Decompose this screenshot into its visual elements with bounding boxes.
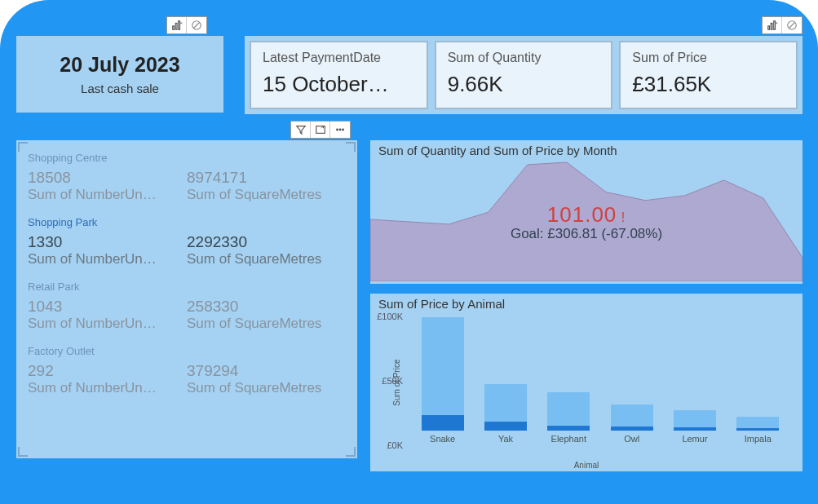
- x-axis-label: Animal: [370, 461, 803, 470]
- value-label: Sum of NumberUn…: [28, 316, 187, 332]
- category-label: Lemur: [682, 434, 707, 445]
- drill-icon[interactable]: [167, 17, 187, 33]
- value-label: Sum of SquareMetres: [187, 251, 346, 267]
- kpi-overlay: 101.00 ! Goal: £306.81 (-67.08%): [370, 202, 803, 242]
- svg-rect-2: [178, 21, 179, 30]
- bar-impala[interactable]: Impala: [729, 417, 786, 445]
- multirow-section[interactable]: Shopping Centre18508Sum of NumberUn…8974…: [28, 147, 346, 211]
- focus-mode-icon[interactable]: [311, 122, 330, 138]
- bar-snake[interactable]: Snake: [414, 317, 471, 445]
- kpi-value: 9.66K: [448, 72, 600, 97]
- selection-corner: [346, 447, 356, 457]
- title-card[interactable]: 20 July 2023 Last cash sale: [16, 36, 223, 113]
- kpi-latest-paymentdate[interactable]: Latest PaymentDate 15 October…: [250, 41, 428, 109]
- forbid-icon[interactable]: [782, 17, 802, 33]
- svg-point-12: [339, 129, 341, 130]
- value: 18508: [28, 169, 187, 187]
- bar-chart[interactable]: Sum of Price by Animal Sum of Price £0K£…: [370, 294, 803, 471]
- kpi-metric: 101.00 !: [370, 202, 803, 228]
- svg-rect-1: [175, 23, 177, 29]
- bar-owl[interactable]: Owl: [604, 405, 661, 445]
- section-name: Shopping Centre: [28, 152, 346, 164]
- value: 292: [28, 362, 187, 380]
- viz-actions-kpirow: [762, 16, 803, 34]
- value: 2292330: [187, 233, 346, 251]
- svg-rect-6: [771, 23, 772, 29]
- selection-corner: [18, 447, 28, 457]
- bar-yak[interactable]: Yak: [477, 384, 534, 445]
- kpi-row: Latest PaymentDate 15 October… Sum of Qu…: [245, 36, 803, 114]
- section-name: Shopping Park: [28, 216, 346, 228]
- value: 1043: [28, 298, 187, 316]
- bar-lemur[interactable]: Lemur: [666, 410, 723, 445]
- value-label: Sum of SquareMetres: [187, 380, 346, 396]
- value-label: Sum of NumberUn…: [28, 251, 187, 267]
- value-label: Sum of SquareMetres: [187, 316, 346, 332]
- filter-icon[interactable]: [291, 122, 311, 138]
- kpi-label: Sum of Price: [632, 51, 785, 65]
- value: 1330: [28, 233, 187, 251]
- kpi-value: £31.65K: [632, 72, 785, 97]
- more-options-icon[interactable]: [330, 122, 350, 138]
- kpi-label: Sum of Quantity: [448, 51, 600, 65]
- multirow-section[interactable]: Retail Park1043Sum of NumberUn…258330Sum…: [28, 276, 346, 340]
- title-card-subtitle: Last cash sale: [81, 82, 159, 95]
- category-label: Elephant: [551, 434, 586, 445]
- y-tick: £0K: [374, 440, 403, 450]
- category-label: Impala: [745, 434, 772, 445]
- viz-actions-multirow: [290, 121, 351, 139]
- forbid-icon[interactable]: [187, 17, 206, 33]
- bar-elephant[interactable]: Elephant: [540, 392, 597, 445]
- chart-title: Sum of Price by Animal: [370, 294, 803, 312]
- kpi-value: 15 October…: [263, 72, 415, 97]
- title-card-title: 20 July 2023: [60, 53, 179, 77]
- multirow-section[interactable]: Factory Outlet292Sum of NumberUn…379294S…: [28, 340, 346, 405]
- multirow-card[interactable]: Shopping Centre18508Sum of NumberUn…8974…: [16, 140, 357, 458]
- selection-corner: [18, 142, 28, 152]
- value-label: Sum of SquareMetres: [187, 187, 346, 203]
- section-name: Retail Park: [28, 281, 346, 293]
- value-label: Sum of NumberUn…: [28, 380, 187, 396]
- svg-line-4: [194, 23, 200, 29]
- category-label: Yak: [498, 434, 513, 445]
- area-chart[interactable]: Sum of Quantity and Sum of Price by Mont…: [370, 140, 803, 284]
- value: 379294: [187, 362, 346, 380]
- viz-actions-titlecard: [166, 16, 207, 34]
- report-canvas: 20 July 2023 Last cash sale Latest Payme…: [0, 0, 818, 504]
- svg-rect-0: [172, 26, 174, 29]
- value: 258330: [187, 298, 346, 316]
- value-label: Sum of NumberUn…: [28, 187, 187, 203]
- multirow-section[interactable]: Shopping Park1330Sum of NumberUn…2292330…: [28, 211, 346, 276]
- svg-point-11: [337, 129, 338, 130]
- chart-title: Sum of Quantity and Sum of Price by Mont…: [370, 140, 803, 159]
- svg-rect-5: [767, 26, 769, 29]
- section-name: Factory Outlet: [28, 345, 346, 357]
- drill-icon[interactable]: [763, 17, 782, 33]
- kpi-sum-quantity[interactable]: Sum of Quantity 9.66K: [435, 41, 613, 109]
- category-label: Snake: [430, 434, 455, 445]
- bar-plot: £0K£50K£100KSnakeYakElephantOwlLemurImpa…: [406, 316, 794, 445]
- y-tick: £100K: [374, 312, 403, 321]
- kpi-sum-price[interactable]: Sum of Price £31.65K: [619, 41, 798, 109]
- svg-rect-7: [773, 21, 775, 30]
- category-label: Owl: [624, 434, 639, 445]
- value: 8974171: [187, 169, 346, 187]
- kpi-label: Latest PaymentDate: [263, 51, 415, 65]
- kpi-goal: Goal: £306.81 (-67.08%): [370, 226, 803, 242]
- selection-corner: [346, 142, 356, 152]
- svg-point-13: [343, 129, 344, 130]
- y-tick: £50K: [374, 376, 403, 386]
- svg-line-9: [789, 23, 795, 29]
